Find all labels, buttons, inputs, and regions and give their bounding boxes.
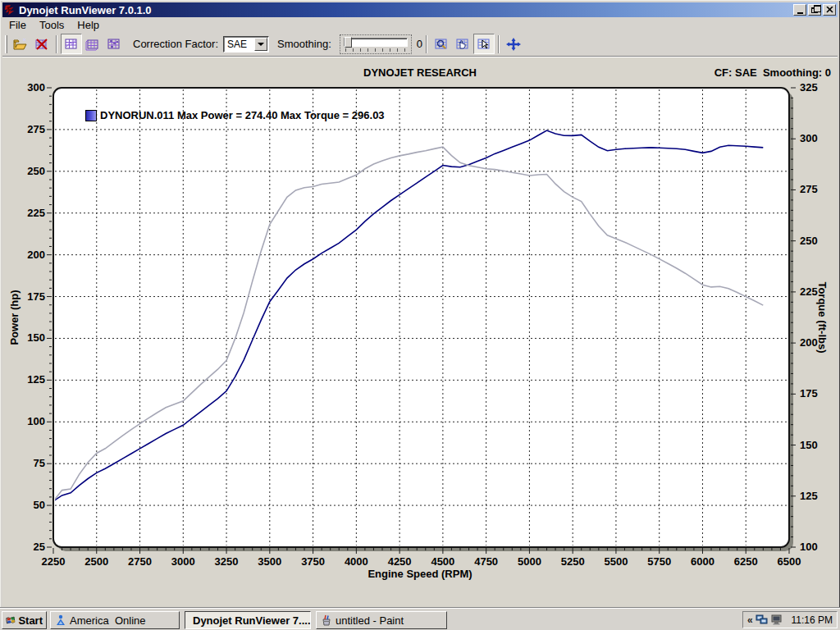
menu-help[interactable]: Help [71, 18, 106, 32]
torque-tick-label: 225 [800, 285, 818, 298]
power-tick-label: 100 [27, 415, 45, 427]
graph-grid-icon [64, 38, 79, 51]
toolbar-grip[interactable] [5, 35, 7, 53]
crosshair-axes-icon [506, 38, 521, 51]
taskbar: Start America Online Dynojet RunViewer 7… [0, 608, 840, 630]
display-tray-icon[interactable] [770, 614, 783, 625]
taskbar-button-label: Dynojet RunViewer 7.... [193, 614, 311, 627]
graph-view-2-button[interactable] [82, 34, 103, 54]
start-label: Start [18, 614, 43, 627]
smoothing-value: 0 [417, 38, 422, 50]
torque-tick-label: 275 [800, 183, 818, 195]
power-tick-label: 25 [34, 541, 45, 553]
taskbar-button-label: untitled - Paint [336, 614, 404, 627]
legend-swatch-icon [85, 110, 97, 121]
slider-thumb[interactable] [345, 37, 352, 48]
window-title: Dynojet RunViewer 7.0.1.0 [19, 4, 152, 16]
graph-view-1-button[interactable] [61, 34, 82, 54]
desktop: Dynojet RunViewer 7.0.1.0 File Tools Hel… [0, 0, 840, 630]
x-tick-label: 4500 [431, 555, 454, 568]
correction-factor-label: Correction Factor: [133, 38, 218, 50]
zoom-tool-button[interactable] [431, 34, 452, 54]
combo-dropdown-button[interactable] [254, 38, 267, 51]
torque-tick-label: 100 [800, 541, 818, 553]
toolbar-separator [426, 35, 427, 53]
chart-client-area: DYNOJET RESEARCH CF: SAE Smoothing: 0 22… [2, 57, 838, 608]
correction-factor-select[interactable]: SAE [223, 36, 269, 52]
network-tray-icon[interactable] [756, 614, 768, 625]
legend-text: DYNORUN.011 Max Power = 274.40 Max Torqu… [100, 109, 385, 121]
menu-file[interactable]: File [2, 18, 33, 32]
paint-icon [321, 614, 332, 626]
zoom-graph-icon [434, 38, 449, 51]
minimize-button[interactable] [793, 4, 806, 16]
chevron-down-icon [258, 43, 264, 46]
x-tick-label: 5250 [561, 555, 585, 568]
open-folder-icon [13, 38, 28, 51]
x-tick-label: 2250 [42, 555, 66, 568]
power-tick-label: 125 [27, 373, 45, 386]
title-bar: Dynojet RunViewer 7.0.1.0 [2, 2, 838, 17]
torque-tick-label: 250 [800, 235, 818, 247]
close-icon [826, 7, 833, 13]
power-tick-label: 75 [34, 457, 45, 469]
x-tick-label: 4000 [345, 555, 368, 568]
power-tick-label: 250 [27, 165, 45, 177]
toolbar-separator [56, 35, 57, 53]
system-tray: « 11:16 PM [742, 611, 838, 628]
power-tick-label: 200 [27, 249, 45, 261]
taskbar-button-dynojet[interactable]: Dynojet RunViewer 7.... [185, 611, 311, 629]
pan-tool-button[interactable] [452, 34, 473, 54]
pan-hand-icon [455, 38, 470, 51]
x-tick-label: 3750 [301, 555, 325, 568]
taskbar-button-paint[interactable]: untitled - Paint [316, 611, 447, 629]
torque-tick-label: 200 [800, 336, 818, 349]
taskbar-clock: 11:16 PM [792, 614, 833, 626]
toolbar-separator [498, 35, 500, 53]
x-tick-label: 6000 [691, 555, 714, 568]
close-run-button[interactable] [31, 34, 52, 54]
smoothing-label: Smoothing: [277, 38, 331, 50]
taskbar-button-aol[interactable]: America Online [50, 611, 180, 629]
slider-ticks [345, 48, 406, 52]
smoothing-slider[interactable] [340, 34, 412, 54]
x-tick-label: 3000 [171, 555, 195, 568]
close-button[interactable] [823, 4, 836, 16]
x-tick-label: 4750 [474, 555, 498, 568]
aol-icon [55, 614, 66, 626]
axes-tool-button[interactable] [503, 34, 524, 54]
torque-tick-label: 325 [800, 81, 818, 94]
x-tick-label: 6250 [734, 555, 758, 568]
torque-tick-label: 300 [800, 132, 818, 144]
restore-icon [811, 7, 818, 13]
graph-grid-3d-icon [85, 38, 100, 51]
menu-tools[interactable]: Tools [33, 18, 71, 32]
dyno-chart-plot[interactable]: 2250250027503000325035003750400042504500… [2, 57, 838, 608]
x-tick-label: 6500 [778, 555, 801, 568]
x-tick-label: 5500 [604, 555, 628, 568]
slider-trough[interactable] [344, 38, 408, 47]
start-button[interactable]: Start [2, 611, 47, 629]
menu-bar: File Tools Help [2, 17, 838, 32]
graph-view-3-button[interactable] [103, 34, 125, 54]
chart-legend: DYNORUN.011 Max Power = 274.40 Max Torqu… [85, 109, 385, 121]
restore-button[interactable] [808, 4, 821, 16]
pointer-tool-button[interactable] [473, 34, 495, 54]
open-run-button[interactable] [10, 34, 31, 54]
x-tick-label: 2500 [84, 555, 108, 568]
power-tick-label: 150 [27, 331, 45, 344]
taskbar-button-label: America Online [70, 614, 145, 627]
correction-factor-value: SAE [224, 39, 253, 50]
x-tick-label: 5750 [647, 555, 671, 568]
app-logo-icon [4, 4, 16, 16]
window-controls [793, 4, 836, 16]
pointer-cursor-icon [477, 38, 491, 51]
tray-expand-chevron[interactable]: « [747, 614, 753, 626]
torque-tick-label: 125 [800, 490, 818, 502]
power-tick-label: 225 [27, 207, 45, 219]
torque-tick-label: 150 [800, 439, 818, 451]
x-tick-label: 2750 [128, 555, 152, 568]
minimize-icon [797, 12, 803, 14]
windows-logo-icon [6, 614, 16, 626]
x-tick-label: 3250 [215, 555, 239, 568]
